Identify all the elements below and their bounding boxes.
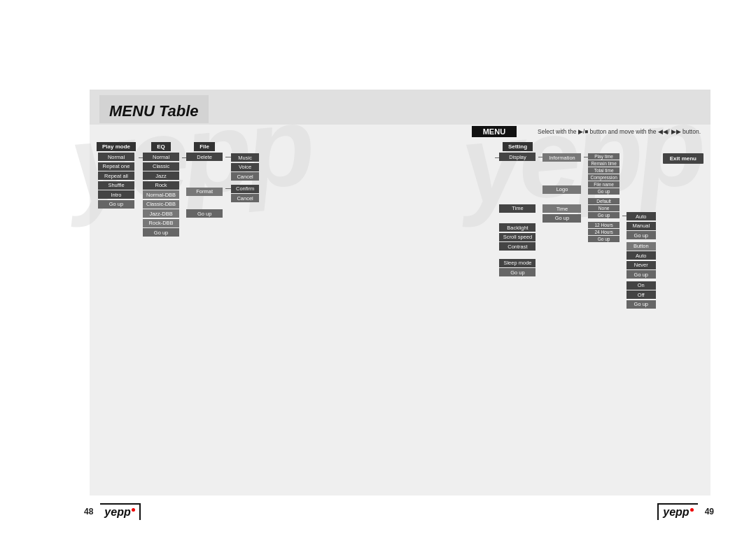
instruction-text: Select with the ▶/■ button and move with… [538, 128, 701, 135]
sleep-go-up: Go up [626, 300, 656, 309]
yepp-dot-left [132, 508, 135, 512]
play-repeat-one: Repeat one [98, 162, 134, 171]
yepp-logo-left: yepp [104, 506, 130, 519]
setting-section: Setting Display Time Backlight Scroll sp… [499, 142, 536, 278]
info-play-time: Play time [588, 153, 619, 160]
bottom-bar: 48 yepp yepp 49 [84, 503, 714, 520]
info-go-up: Go up [588, 188, 619, 195]
eq-header: EQ [151, 142, 171, 151]
setting-backlight: Backlight [499, 223, 536, 232]
scroll-go-up: Go up [626, 270, 656, 279]
play-mode-header: Play mode [97, 142, 136, 151]
menu-badge: MENU [472, 126, 517, 137]
eq-classic: Classic [143, 162, 179, 171]
info-total-time: Total time [588, 167, 619, 174]
time-24h: 24 Hours [588, 229, 619, 235]
info-file-name: File name [588, 181, 619, 188]
backlight-button: Button [626, 242, 656, 251]
menu-tree: Play mode Normal Repeat one Repeat all S… [90, 139, 710, 312]
play-shuffle: Shuffle [98, 181, 134, 190]
file-music: Music [231, 153, 259, 162]
play-mode-section: Play mode Normal Repeat one Repeat all S… [97, 142, 136, 209]
eq-normal-dbb: Normal-DBB [143, 190, 179, 199]
setting-time: Time [499, 204, 536, 213]
play-normal: Normal [98, 153, 134, 161]
scroll-auto: Auto [626, 251, 656, 260]
file-header: File [194, 142, 215, 151]
eq-jazz-dbb: Jazz-DBB [143, 209, 179, 218]
time-auto: Auto [626, 212, 656, 220]
eq-jazz: Jazz [143, 171, 179, 180]
logo-default: Default [588, 198, 619, 204]
setting-sleep: Sleep mode [499, 259, 536, 267]
file-cancel2: Cancel [231, 194, 259, 202]
display-information: Information [542, 153, 581, 162]
time-go-up: Go up [588, 236, 619, 242]
eq-go-up: Go up [143, 228, 179, 237]
file-section: File Delete Format Go up [186, 142, 223, 219]
logo-go-up: Go up [588, 212, 619, 218]
eq-rock-dbb: Rock-DBB [143, 219, 179, 227]
display-go-up: Go up [542, 214, 581, 223]
eq-section: EQ Normal Classic Jazz Rock Normal-DBB C… [143, 142, 179, 238]
eq-normal: Normal [143, 153, 179, 161]
setting-contrast: Contrast [499, 242, 536, 251]
file-format: Format [186, 188, 223, 196]
info-remain-time: Remain time [588, 160, 619, 167]
exit-menu-button[interactable]: Exit menu [663, 153, 704, 164]
time-12h: 12 Hours [588, 222, 619, 228]
time-go-up2: Go up [626, 231, 656, 239]
sleep-off: Off [626, 290, 656, 299]
file-confirm: Confirm [231, 185, 259, 193]
display-logo: Logo [542, 185, 581, 194]
eq-rock: Rock [143, 181, 179, 190]
file-voice: Voice [231, 163, 259, 171]
yepp-logo-right: yepp [663, 506, 689, 519]
display-time-label: Time [542, 204, 581, 213]
play-repeat-all: Repeat all [98, 171, 134, 180]
yepp-dot-right [690, 508, 694, 512]
play-go-up: Go up [98, 200, 134, 209]
eq-classic-dbb: Classic-DBB [143, 200, 179, 209]
main-content-area: MENU Table MENU Select with the ▶/■ butt… [90, 90, 710, 496]
setting-header: Setting [503, 142, 533, 151]
scroll-never: Never [626, 261, 656, 269]
file-cancel1: Cancel [231, 172, 259, 181]
setting-scroll: Scroll speed [499, 233, 536, 241]
info-compression: Compression [588, 174, 619, 181]
logo-none: None [588, 205, 619, 211]
file-go-up: Go up [186, 209, 223, 218]
play-intro: Intro [98, 190, 134, 199]
file-delete: Delete [186, 153, 223, 161]
setting-go-up: Go up [499, 268, 536, 276]
sleep-on: On [626, 281, 656, 290]
time-manual: Manual [626, 222, 656, 230]
setting-display: Display [499, 153, 536, 161]
page-number-right: 49 [705, 507, 714, 517]
page-number-left: 48 [84, 507, 93, 517]
page-title: MENU Table [99, 95, 209, 123]
